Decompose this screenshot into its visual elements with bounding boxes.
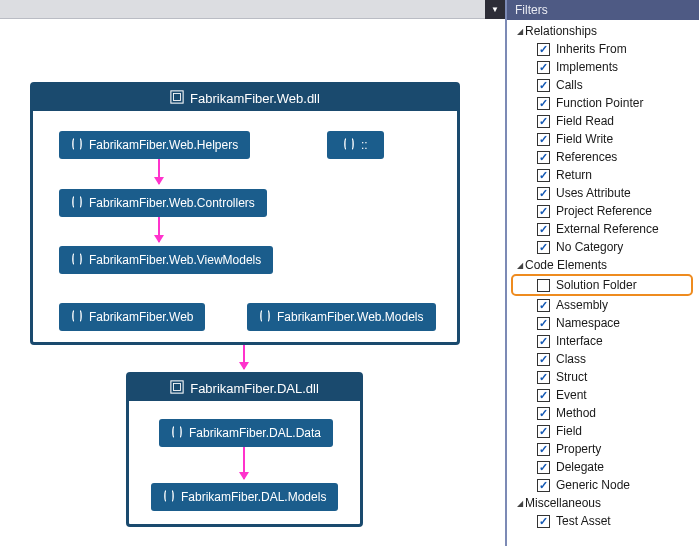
checkbox[interactable] — [537, 353, 550, 366]
group-web-dll[interactable]: FabrikamFiber.Web.dll FabrikamFiber.Web.… — [30, 82, 460, 345]
diagram-canvas[interactable]: FabrikamFiber.Web.dll FabrikamFiber.Web.… — [0, 19, 505, 546]
node-label: :: — [361, 138, 368, 152]
group-dal-dll[interactable]: FabrikamFiber.DAL.dll FabrikamFiber.DAL.… — [126, 372, 363, 527]
checkbox[interactable] — [537, 79, 550, 92]
checkbox[interactable] — [537, 335, 550, 348]
filter-label: Class — [556, 352, 586, 366]
filter-assembly[interactable]: Assembly — [511, 296, 699, 314]
filter-implements[interactable]: Implements — [511, 58, 699, 76]
section-relationships[interactable]: ◢ Relationships — [511, 22, 699, 40]
group-title: FabrikamFiber.DAL.dll — [190, 381, 319, 396]
namespace-icon — [71, 253, 83, 268]
filter-property[interactable]: Property — [511, 440, 699, 458]
filter-event[interactable]: Event — [511, 386, 699, 404]
filter-field-read[interactable]: Field Read — [511, 112, 699, 130]
checkbox[interactable] — [537, 115, 550, 128]
filter-delegate[interactable]: Delegate — [511, 458, 699, 476]
filter-label: Implements — [556, 60, 618, 74]
section-miscellaneous[interactable]: ◢ Miscellaneous — [511, 494, 699, 512]
checkbox[interactable] — [537, 515, 550, 528]
filter-project-reference[interactable]: Project Reference — [511, 202, 699, 220]
filter-uses-attribute[interactable]: Uses Attribute — [511, 184, 699, 202]
node-web[interactable]: FabrikamFiber.Web — [59, 303, 205, 331]
filter-label: Calls — [556, 78, 583, 92]
group-header[interactable]: FabrikamFiber.Web.dll — [33, 85, 457, 111]
section-label: Code Elements — [525, 258, 607, 272]
namespace-icon — [171, 426, 183, 441]
filter-function-pointer[interactable]: Function Pointer — [511, 94, 699, 112]
checkbox[interactable] — [537, 151, 550, 164]
node-viewmodels[interactable]: FabrikamFiber.Web.ViewModels — [59, 246, 273, 274]
filter-label: Test Asset — [556, 514, 611, 528]
checkbox[interactable] — [537, 299, 550, 312]
namespace-icon — [71, 196, 83, 211]
filter-struct[interactable]: Struct — [511, 368, 699, 386]
filter-label: Assembly — [556, 298, 608, 312]
svg-rect-1 — [174, 93, 181, 100]
filter-test-asset[interactable]: Test Asset — [511, 512, 699, 530]
namespace-icon — [259, 310, 271, 325]
checkbox[interactable] — [537, 43, 550, 56]
filter-label: Field Read — [556, 114, 614, 128]
node-controllers[interactable]: FabrikamFiber.Web.Controllers — [59, 189, 267, 217]
group-header[interactable]: FabrikamFiber.DAL.dll — [129, 375, 360, 401]
filters-panel: Filters ◢ Relationships Inherits FromImp… — [505, 0, 699, 546]
filter-class[interactable]: Class — [511, 350, 699, 368]
filter-generic-node[interactable]: Generic Node — [511, 476, 699, 494]
section-label: Miscellaneous — [525, 496, 601, 510]
namespace-icon — [71, 310, 83, 325]
node-label: FabrikamFiber.Web.Helpers — [89, 138, 238, 152]
expand-icon: ◢ — [515, 261, 525, 270]
filter-namespace[interactable]: Namespace — [511, 314, 699, 332]
filters-panel-body[interactable]: ◢ Relationships Inherits FromImplementsC… — [507, 20, 699, 546]
filter-no-category[interactable]: No Category — [511, 238, 699, 256]
filter-label: External Reference — [556, 222, 659, 236]
checkbox[interactable] — [537, 61, 550, 74]
checkbox[interactable] — [537, 443, 550, 456]
filter-field[interactable]: Field — [511, 422, 699, 440]
checkbox[interactable] — [537, 169, 550, 182]
filter-label: Field — [556, 424, 582, 438]
filter-label: Struct — [556, 370, 587, 384]
diagram-canvas-wrap: ▼ FabrikamFiber.Web.dll FabrikamFiber.We… — [0, 0, 505, 546]
filter-method[interactable]: Method — [511, 404, 699, 422]
filter-label: Function Pointer — [556, 96, 643, 110]
filter-inherits-from[interactable]: Inherits From — [511, 40, 699, 58]
checkbox[interactable] — [537, 371, 550, 384]
filter-solution-folder[interactable]: Solution Folder — [511, 274, 693, 296]
filter-calls[interactable]: Calls — [511, 76, 699, 94]
checkbox[interactable] — [537, 389, 550, 402]
filter-references[interactable]: References — [511, 148, 699, 166]
filter-return[interactable]: Return — [511, 166, 699, 184]
checkbox[interactable] — [537, 317, 550, 330]
checkbox[interactable] — [537, 205, 550, 218]
checkbox[interactable] — [537, 425, 550, 438]
checkbox[interactable] — [537, 97, 550, 110]
checkbox[interactable] — [537, 187, 550, 200]
checkbox[interactable] — [537, 407, 550, 420]
section-code-elements[interactable]: ◢ Code Elements — [511, 256, 699, 274]
assembly-icon — [170, 380, 184, 397]
node-webmodels[interactable]: FabrikamFiber.Web.Models — [247, 303, 436, 331]
node-label: FabrikamFiber.Web.Models — [277, 310, 424, 324]
checkbox[interactable] — [537, 223, 550, 236]
filter-label: Generic Node — [556, 478, 630, 492]
svg-rect-2 — [171, 380, 183, 392]
checkbox[interactable] — [537, 461, 550, 474]
arrow-daldata-dalmodels — [243, 447, 245, 479]
checkbox[interactable] — [537, 241, 550, 254]
node-daldata[interactable]: FabrikamFiber.DAL.Data — [159, 419, 333, 447]
filter-field-write[interactable]: Field Write — [511, 130, 699, 148]
node-anon[interactable]: :: — [327, 131, 384, 159]
tab-dropdown-button[interactable]: ▼ — [485, 0, 505, 19]
checkbox[interactable] — [537, 479, 550, 492]
filter-external-reference[interactable]: External Reference — [511, 220, 699, 238]
checkbox[interactable] — [537, 279, 550, 292]
checkbox[interactable] — [537, 133, 550, 146]
node-helpers[interactable]: FabrikamFiber.Web.Helpers — [59, 131, 250, 159]
assembly-icon — [170, 90, 184, 107]
section-label: Relationships — [525, 24, 597, 38]
node-dalmodels[interactable]: FabrikamFiber.DAL.Models — [151, 483, 338, 511]
filter-label: Project Reference — [556, 204, 652, 218]
filter-interface[interactable]: Interface — [511, 332, 699, 350]
